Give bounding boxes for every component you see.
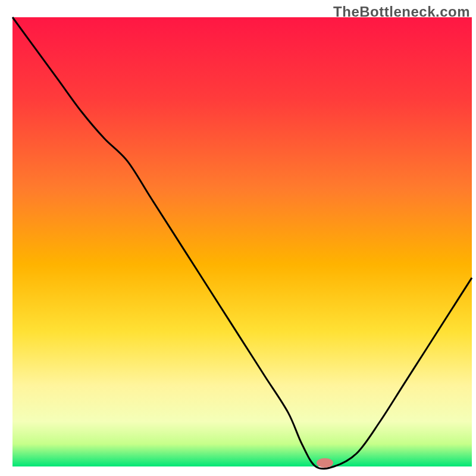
plot-background xyxy=(12,17,472,466)
current-point-marker xyxy=(317,458,333,468)
bottleneck-chart: TheBottleneck.com xyxy=(0,0,476,476)
watermark-text: TheBottleneck.com xyxy=(333,4,470,20)
chart-svg xyxy=(0,0,476,476)
